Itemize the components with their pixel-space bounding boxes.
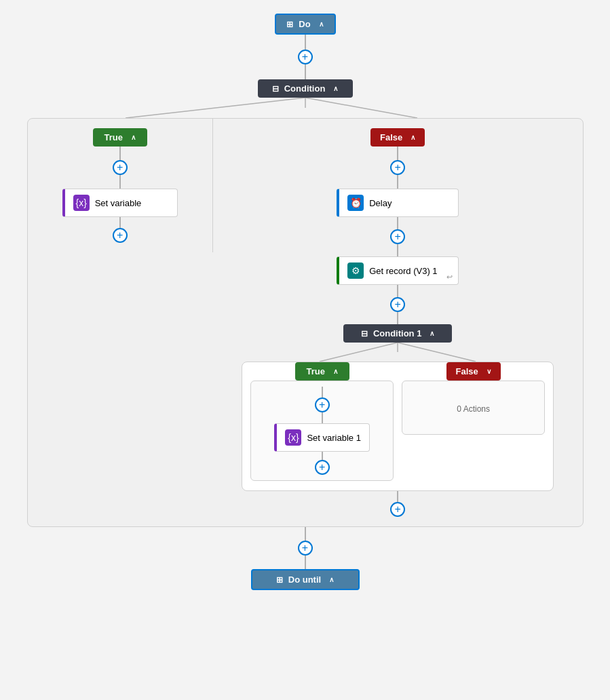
- inner-branch-lines-svg: [242, 343, 554, 362]
- set-variable-box[interactable]: {x} Set variable: [62, 189, 178, 217]
- false-caret: ∧: [411, 134, 415, 141]
- retry-icon: ↩: [446, 273, 453, 281]
- connector-1: +: [298, 35, 313, 79]
- vline-c1-bottom: [397, 491, 398, 502]
- vline-f3: [397, 217, 398, 229]
- set-variable-icon: {x}: [73, 195, 90, 211]
- do-label: Do: [299, 19, 310, 29]
- false-branch-content: + ⏰ Delay + ⚙ Get record (V3) 1 ↩: [242, 147, 554, 517]
- set-variable1-icon: {x}: [285, 429, 301, 446]
- false-node[interactable]: False ∧: [370, 128, 425, 147]
- do-until-label: Do until: [288, 575, 321, 585]
- svg-line-4: [398, 343, 476, 362]
- add-btn-condition1-bottom[interactable]: +: [390, 502, 405, 517]
- get-record-icon: ⚙: [347, 262, 364, 279]
- zero-actions-label: 0 Actions: [457, 404, 490, 414]
- add-btn-true[interactable]: +: [113, 160, 128, 175]
- inner-true-box: + {x} Set variable 1 +: [250, 381, 394, 481]
- vline-f5: [397, 285, 398, 297]
- vline-t1: [119, 147, 121, 160]
- condition1-caret: ∧: [430, 330, 434, 337]
- true-caret: ∧: [131, 134, 136, 141]
- svg-line-3: [320, 343, 398, 362]
- svg-line-0: [126, 98, 305, 118]
- condition-branches: True ∧ + {x} Set variable +: [27, 118, 584, 527]
- true-label-row: True ∧: [28, 119, 212, 147]
- true-branch-content: + {x} Set variable +: [62, 147, 178, 243]
- inner-true-label: True: [306, 366, 324, 376]
- true-branch: True ∧ + {x} Set variable +: [28, 119, 213, 252]
- condition1-icon: ⊟: [361, 329, 368, 338]
- delay-box[interactable]: ⏰ Delay: [337, 189, 459, 217]
- add-btn-true-bottom[interactable]: +: [113, 228, 128, 243]
- canvas: ⊞ Do ∧ + ⊟ Condition ∧: [7, 7, 603, 692]
- get-record-label: Get record (V3) 1: [369, 266, 437, 276]
- inner-true-caret: ∧: [333, 368, 338, 375]
- inner-true-content: + {x} Set variable 1 +: [274, 387, 370, 475]
- condition-caret: ∧: [333, 85, 338, 92]
- inner-false-label: False: [456, 366, 478, 376]
- vline-f6: [397, 312, 398, 324]
- vline-1: [305, 35, 306, 50]
- false-label: False: [380, 132, 402, 142]
- condition1-label: Condition 1: [373, 328, 422, 338]
- top-section: ⊞ Do ∧ + ⊟ Condition ∧: [258, 14, 353, 98]
- vline-bottom2: [305, 556, 306, 569]
- vline-bottom1: [305, 527, 306, 541]
- vline-f1: [397, 147, 398, 160]
- vline-it1: [322, 387, 323, 397]
- set-variable1-label: Set variable 1: [307, 433, 361, 443]
- false-label-row: False ∧: [213, 119, 583, 147]
- condition1-node[interactable]: ⊟ Condition 1 ∧: [343, 324, 452, 343]
- add-btn-inner-true[interactable]: +: [315, 397, 330, 412]
- do-until-node[interactable]: ⊞ Do until ∧: [251, 569, 360, 590]
- condition1-branches: True ∧ + {x} Set varia: [242, 362, 554, 491]
- main-branches-container: True ∧ + {x} Set variable +: [27, 98, 584, 527]
- condition-node[interactable]: ⊟ Condition ∧: [258, 79, 353, 98]
- do-until-caret: ∧: [329, 576, 334, 583]
- add-btn-false[interactable]: +: [390, 160, 405, 175]
- vline-2: [305, 64, 306, 79]
- inner-false-caret: ∨: [487, 368, 491, 375]
- inner-true-branch: True ∧ + {x} Set varia: [250, 362, 394, 481]
- vline-it3: [322, 452, 323, 460]
- do-node[interactable]: ⊞ Do ∧: [275, 14, 336, 35]
- inner-false-box: 0 Actions: [402, 381, 545, 435]
- vline-f4: [397, 244, 398, 256]
- add-btn-inner-true-bottom[interactable]: +: [315, 460, 330, 475]
- inner-true-node[interactable]: True ∧: [295, 362, 349, 381]
- condition-label: Condition: [284, 83, 326, 94]
- vline-it2: [322, 412, 323, 423]
- svg-line-1: [305, 98, 417, 118]
- vline-f2: [397, 175, 398, 189]
- tree-connector: [27, 98, 584, 118]
- do-icon: ⊞: [286, 20, 293, 29]
- true-label: True: [104, 132, 122, 142]
- inner-false-node[interactable]: False ∨: [446, 362, 501, 381]
- set-variable-label: Set variable: [95, 198, 142, 208]
- set-variable1-box[interactable]: {x} Set variable 1: [274, 423, 370, 452]
- do-caret: ∧: [319, 20, 324, 28]
- true-node[interactable]: True ∧: [93, 128, 147, 147]
- get-record-box[interactable]: ⚙ Get record (V3) 1 ↩: [337, 256, 459, 285]
- condition-icon: ⊟: [272, 84, 279, 94]
- false-branch: False ∧ + ⏰ Delay +: [213, 119, 583, 526]
- delay-label: Delay: [369, 198, 392, 208]
- add-btn-record[interactable]: +: [390, 297, 405, 312]
- bottom-connector: +: [298, 527, 313, 569]
- inner-false-branch: False ∨ 0 Actions: [402, 362, 545, 435]
- add-btn-1[interactable]: +: [298, 50, 313, 64]
- vline-t2: [119, 175, 121, 189]
- add-btn-delay[interactable]: +: [390, 229, 405, 244]
- do-until-icon: ⊞: [276, 575, 283, 585]
- branch-lines-svg: [27, 98, 584, 118]
- delay-icon: ⏰: [347, 195, 364, 211]
- add-btn-bottom[interactable]: +: [298, 541, 313, 556]
- vline-t3: [119, 217, 121, 228]
